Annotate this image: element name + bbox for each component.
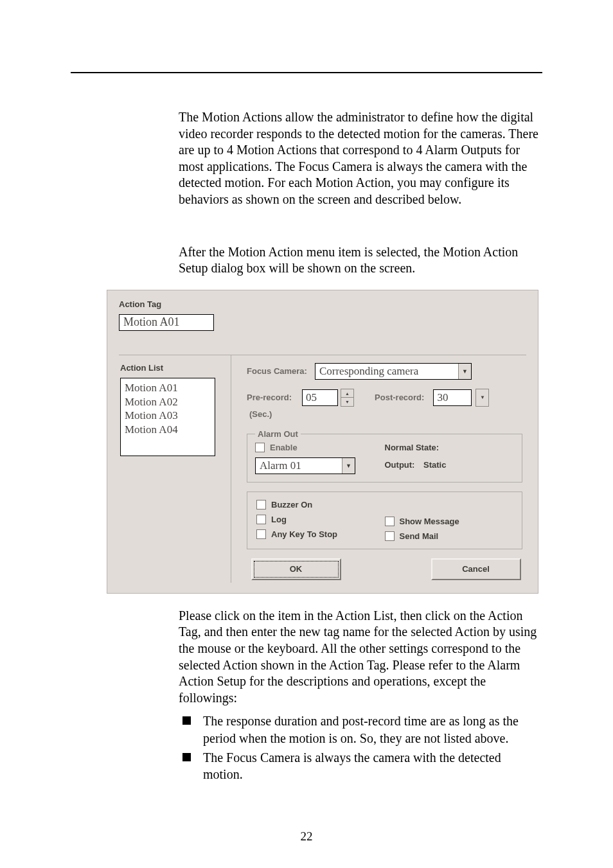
list-item[interactable]: Motion A02 — [125, 395, 211, 409]
buzzer-checkbox[interactable] — [256, 500, 266, 509]
output-static-label: Static — [423, 460, 446, 470]
bullet-list: The response duration and post-record ti… — [179, 713, 542, 783]
list-item[interactable]: Motion A04 — [125, 423, 211, 437]
seconds-label: (Sec.) — [249, 409, 525, 419]
down-arrow-icon[interactable]: ▼ — [341, 398, 353, 406]
ok-button-label: OK — [290, 564, 303, 574]
sendmail-checkbox[interactable] — [385, 531, 395, 541]
action-list-label: Action List — [120, 363, 224, 373]
log-checkbox[interactable] — [256, 515, 266, 524]
normal-state-label: Normal State: — [385, 443, 515, 452]
anykey-checkbox[interactable] — [256, 529, 266, 539]
output-label: Output: — [385, 460, 415, 470]
showmsg-label: Show Message — [400, 517, 459, 526]
chevron-down-icon[interactable]: ▼ — [342, 458, 355, 474]
enable-checkbox[interactable] — [255, 443, 265, 452]
list-item: The Focus Camera is always the camera wi… — [179, 749, 542, 783]
page-number: 22 — [0, 829, 613, 844]
post-record-input[interactable]: 30 — [433, 389, 472, 406]
paragraph-after-menu: After the Motion Action menu item is sel… — [179, 244, 542, 277]
focus-camera-value: Corresponding camera — [319, 365, 418, 378]
options-group: Buzzer On Log Any Key To Stop — [247, 492, 522, 549]
alarm-out-group: Alarm Out Enable Alarm 01 — [247, 429, 522, 483]
list-item[interactable]: Motion A01 — [125, 381, 211, 395]
pre-record-input[interactable]: 05 — [302, 389, 338, 406]
action-tag-input[interactable]: Motion A01 — [119, 314, 214, 331]
action-tag-value: Motion A01 — [123, 315, 180, 329]
list-item[interactable]: Motion A03 — [125, 409, 211, 423]
horizontal-rule — [71, 72, 542, 73]
paragraph-instructions: Please click on the item in the Action L… — [179, 608, 542, 707]
cancel-button[interactable]: Cancel — [431, 558, 521, 580]
post-record-label: Post-record: — [375, 393, 424, 402]
pre-record-value: 05 — [306, 391, 317, 404]
paragraph-intro: The Motion Actions allow the administrat… — [179, 109, 542, 208]
enable-label: Enable — [270, 443, 298, 452]
list-item: The response duration and post-record ti… — [179, 713, 542, 747]
anykey-label: Any Key To Stop — [271, 529, 337, 539]
alarm-out-legend: Alarm Out — [255, 429, 301, 439]
focus-camera-label: Focus Camera: — [247, 366, 307, 376]
pre-record-stepper[interactable]: ▲ ▼ — [341, 389, 354, 407]
motion-action-dialog: Action Tag Motion A01 Action List Motion… — [107, 290, 538, 594]
buzzer-label: Buzzer On — [271, 500, 312, 509]
pre-record-label: Pre-record: — [247, 393, 292, 402]
action-list[interactable]: Motion A01 Motion A02 Motion A03 Motion … — [120, 378, 215, 456]
ok-button[interactable]: OK — [251, 558, 341, 580]
focus-camera-select[interactable]: Corresponding camera ▼ — [315, 363, 472, 380]
showmsg-checkbox[interactable] — [385, 517, 395, 526]
alarm-select-value: Alarm 01 — [260, 459, 301, 472]
sendmail-label: Send Mail — [400, 531, 439, 541]
chevron-down-icon[interactable]: ▼ — [475, 389, 489, 407]
up-arrow-icon[interactable]: ▲ — [341, 389, 353, 398]
action-tag-label: Action Tag — [119, 299, 526, 309]
alarm-select[interactable]: Alarm 01 ▼ — [255, 457, 355, 474]
chevron-down-icon[interactable]: ▼ — [458, 364, 471, 379]
log-label: Log — [271, 515, 287, 524]
post-record-value: 30 — [437, 391, 448, 404]
cancel-button-label: Cancel — [462, 564, 490, 574]
